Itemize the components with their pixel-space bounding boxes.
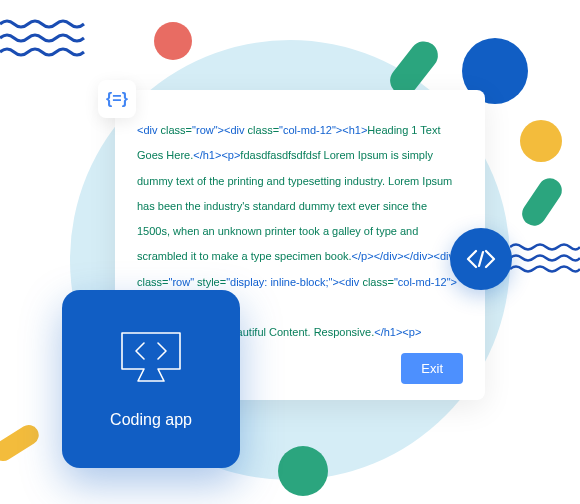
- paragraph-text: fdasdfasdfsdfdsf Lorem Ipsum is simply d…: [137, 149, 452, 262]
- monitor-code-icon: [116, 329, 186, 389]
- code-brackets-icon: [466, 249, 496, 269]
- app-tile-label: Coding app: [110, 411, 192, 429]
- coding-app-tile[interactable]: Coding app: [62, 290, 240, 468]
- code-fab-button[interactable]: [450, 228, 512, 290]
- circle-decoration-icon: [154, 22, 192, 60]
- brace-badge-icon: {=}: [98, 80, 136, 118]
- pill-decoration-icon: [518, 174, 567, 231]
- circle-decoration-icon: [520, 120, 562, 162]
- exit-button[interactable]: Exit: [401, 353, 463, 384]
- wavy-lines-icon: [510, 242, 580, 274]
- circle-decoration-icon: [278, 446, 328, 496]
- wavy-lines-icon: [0, 18, 90, 60]
- svg-line-0: [479, 252, 483, 266]
- pill-decoration-icon: [0, 421, 43, 464]
